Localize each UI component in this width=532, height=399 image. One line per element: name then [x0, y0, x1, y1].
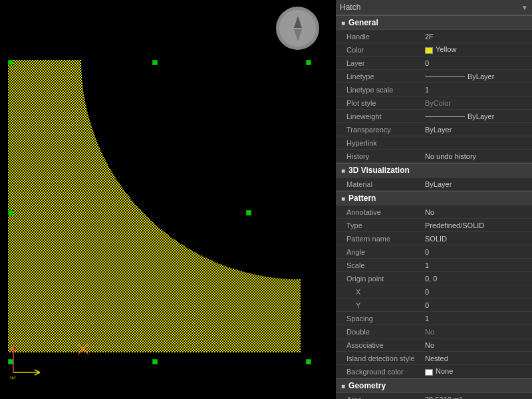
prop-layer[interactable]: Layer 0 — [336, 57, 532, 70]
bgcolor-swatch — [425, 369, 433, 376]
collapse-geometry-icon[interactable]: ■ — [341, 382, 345, 390]
collapse-general-icon[interactable]: ■ — [341, 19, 345, 27]
prop-hyperlink-value — [422, 142, 532, 144]
prop-pattern-name[interactable]: Pattern name SOLID — [336, 232, 532, 245]
section-pattern-title: Pattern — [348, 194, 376, 203]
prop-origin-y[interactable]: Y 0 — [336, 299, 532, 312]
color-swatch-yellow — [425, 47, 433, 54]
prop-double-label: Double — [336, 327, 422, 336]
prop-spacing-label: Spacing — [336, 314, 422, 323]
selection-dot-tr[interactable] — [306, 60, 311, 65]
prop-type[interactable]: Type Predefined/SOLID — [336, 219, 532, 232]
prop-history-value: No undo history — [422, 152, 532, 161]
prop-associative-value: No — [422, 340, 532, 350]
red-cross-icon — [76, 342, 90, 356]
prop-history[interactable]: History No undo history — [336, 150, 532, 163]
prop-angle-label: Angle — [336, 247, 422, 257]
selection-dot-bm[interactable] — [152, 359, 158, 364]
prop-island-detection-value: Nested — [422, 354, 532, 363]
prop-area[interactable]: Area 20.6319 m² — [336, 393, 532, 399]
line-indicator — [425, 76, 465, 77]
selection-dot-tm[interactable] — [152, 60, 158, 65]
prop-transparency-label: Transparency — [336, 125, 422, 134]
prop-associative-label: Associative — [336, 340, 422, 350]
prop-linetype-label: Linetype — [336, 72, 422, 81]
prop-annotative[interactable]: Annotative No — [336, 205, 532, 219]
prop-pattern-name-value: SOLID — [422, 234, 532, 243]
properties-panel: Hatch ▼ ■ General Handle 2F Color Yellow… — [336, 0, 532, 399]
panel-header[interactable]: Hatch ▼ — [336, 0, 532, 15]
prop-annotative-label: Annotative — [336, 207, 422, 217]
prop-linetype-scale-value: 1 — [422, 85, 532, 94]
prop-handle-label: Handle — [336, 32, 422, 41]
prop-area-value: 20.6319 m² — [422, 395, 532, 400]
prop-origin-point[interactable]: Origin point 0, 0 — [336, 272, 532, 285]
prop-lineweight[interactable]: Lineweight ByLayer — [336, 110, 532, 123]
prop-origin-y-value: 0 — [422, 301, 532, 310]
prop-scale-value: 1 — [422, 261, 532, 270]
prop-material-label: Material — [336, 180, 422, 189]
prop-handle-value: 2F — [422, 32, 532, 41]
prop-color-value: Yellow — [422, 45, 532, 54]
prop-scale-label: Scale — [336, 261, 422, 270]
canvas-area: W — [0, 0, 336, 399]
prop-scale[interactable]: Scale 1 — [336, 259, 532, 272]
prop-type-label: Type — [336, 221, 422, 230]
panel-header-title: Hatch — [340, 3, 521, 12]
selection-dot-tl[interactable] — [8, 60, 13, 65]
prop-transparency-value: ByLayer — [422, 125, 532, 134]
prop-color-label: Color — [336, 45, 422, 55]
prop-island-detection-label: Island detection style — [336, 354, 422, 363]
hatch-shape — [8, 60, 311, 362]
section-3dviz-title: 3D Visualization — [348, 166, 410, 175]
prop-origin-point-value: 0, 0 — [422, 274, 532, 283]
prop-linetype[interactable]: Linetype ByLayer — [336, 70, 532, 83]
prop-history-label: History — [336, 152, 422, 161]
prop-island-detection[interactable]: Island detection style Nested — [336, 352, 532, 365]
prop-origin-x-value: 0 — [422, 287, 532, 297]
section-3d-viz[interactable]: ■ 3D Visualization — [336, 163, 532, 178]
prop-double-value: No — [422, 327, 532, 336]
prop-origin-x-label: X — [336, 287, 422, 297]
prop-layer-value: 0 — [422, 59, 532, 68]
prop-linetype-value: ByLayer — [422, 72, 532, 81]
prop-hyperlink-label: Hyperlink — [336, 138, 422, 148]
selection-dot-br[interactable] — [306, 359, 311, 364]
prop-transparency[interactable]: Transparency ByLayer — [336, 123, 532, 136]
prop-associative[interactable]: Associative No — [336, 338, 532, 352]
section-general-title: General — [348, 18, 378, 27]
selection-dot-ml[interactable] — [8, 210, 13, 215]
section-pattern[interactable]: ■ Pattern — [336, 191, 532, 205]
prop-spacing[interactable]: Spacing 1 — [336, 312, 532, 325]
section-general[interactable]: ■ General — [336, 15, 532, 30]
prop-plot-style-label: Plot style — [336, 98, 422, 108]
prop-handle[interactable]: Handle 2F — [336, 30, 532, 43]
prop-background-color[interactable]: Background color None — [336, 365, 532, 378]
prop-spacing-value: 1 — [422, 314, 532, 323]
prop-origin-y-label: Y — [336, 301, 422, 310]
prop-annotative-value: No — [422, 207, 532, 217]
prop-angle[interactable]: Angle 0 — [336, 245, 532, 259]
panel-dropdown-arrow[interactable]: ▼ — [521, 4, 528, 11]
prop-origin-x[interactable]: X 0 — [336, 285, 532, 299]
prop-angle-value: 0 — [422, 247, 532, 257]
prop-linetype-scale-label: Linetype scale — [336, 85, 422, 94]
prop-linetype-scale[interactable]: Linetype scale 1 — [336, 83, 532, 96]
prop-lineweight-value: ByLayer — [422, 112, 532, 121]
section-geometry[interactable]: ■ Geometry — [336, 378, 532, 393]
prop-color[interactable]: Color Yellow — [336, 43, 532, 57]
prop-plot-style[interactable]: Plot style ByColor — [336, 96, 532, 110]
collapse-3dviz-icon[interactable]: ■ — [341, 167, 345, 174]
properties-list[interactable]: ■ General Handle 2F Color Yellow Layer 0… — [336, 15, 532, 399]
prop-area-label: Area — [336, 395, 422, 400]
north-arrow — [276, 7, 319, 50]
collapse-pattern-icon[interactable]: ■ — [341, 195, 345, 202]
prop-origin-point-label: Origin point — [336, 274, 422, 283]
selection-dot-mr[interactable] — [246, 210, 251, 215]
prop-background-color-label: Background color — [336, 367, 422, 376]
prop-double[interactable]: Double No — [336, 325, 532, 338]
prop-type-value: Predefined/SOLID — [422, 221, 532, 230]
prop-material[interactable]: Material ByLayer — [336, 178, 532, 191]
prop-background-color-value: None — [422, 366, 532, 376]
prop-hyperlink[interactable]: Hyperlink — [336, 136, 532, 150]
